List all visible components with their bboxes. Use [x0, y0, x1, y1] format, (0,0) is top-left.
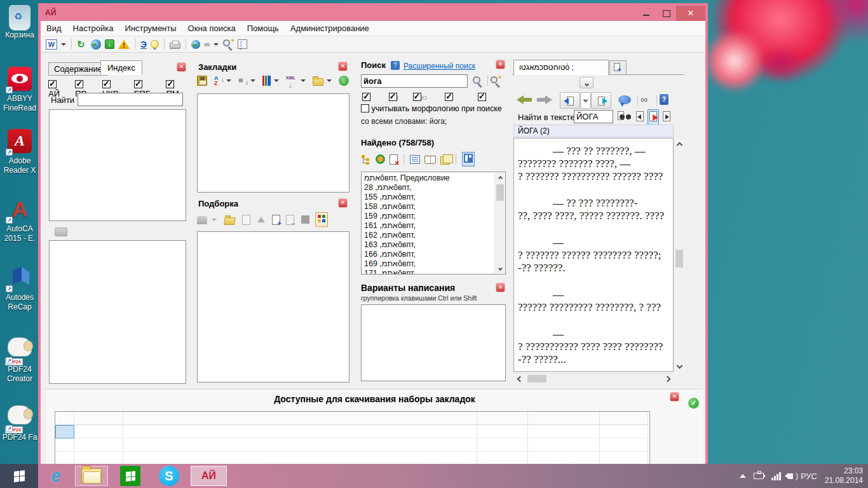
panel-view-icon[interactable]: [462, 152, 475, 166]
result-item[interactable]: אתמŏвпт, Предисловие: [362, 173, 505, 183]
confirm-check-icon[interactable]: [688, 398, 699, 409]
page-dropdown-button[interactable]: [580, 92, 591, 109]
close-panel-icon[interactable]: [496, 60, 505, 69]
book-view-icon[interactable]: [424, 156, 436, 164]
dropdown-icon[interactable]: [226, 79, 231, 82]
reader-tab[interactable]: וטגאמכסטחוטό ;: [513, 60, 609, 75]
list-view-icon[interactable]: [410, 155, 420, 164]
menu-pomosch[interactable]: Помощь: [241, 21, 285, 36]
lamp-icon[interactable]: [151, 40, 159, 48]
close-panel-icon[interactable]: [177, 62, 186, 72]
result-item[interactable]: 161 ,אתמŏвпт,: [362, 221, 505, 231]
desktop-icon-pdf24-creator[interactable]: PDF24 Creator: [0, 334, 39, 384]
dropdown-icon[interactable]: [301, 79, 306, 82]
tab-index[interactable]: Индекс: [100, 60, 142, 75]
dropdown-icon[interactable]: [250, 79, 255, 82]
sort-az-icon[interactable]: [214, 76, 223, 86]
selection-list[interactable]: [197, 231, 349, 383]
menu-instrumenty[interactable]: Инструменты: [119, 21, 182, 36]
search-icon[interactable]: [472, 76, 484, 87]
result-item[interactable]: 159 ,אתמŏвпт,: [362, 212, 505, 221]
checklist-icon[interactable]: [238, 39, 247, 49]
result-item[interactable]: 166 ,אתמŏвпт,: [362, 250, 505, 259]
sort-list-icon[interactable]: [238, 76, 247, 86]
tab-dropdown-button[interactable]: [580, 77, 593, 88]
taskbar-ai-app[interactable]: АЙ: [191, 466, 227, 486]
option-checkbox[interactable]: [389, 93, 397, 101]
dropdown-icon[interactable]: [274, 79, 279, 82]
result-item[interactable]: 169 ,אתמŏвпт,: [362, 259, 505, 269]
clear-results-icon[interactable]: [390, 154, 398, 165]
globe-icon[interactable]: [91, 39, 101, 50]
link-globe-icon[interactable]: [191, 40, 200, 49]
advanced-search-link[interactable]: Расширенный поиск: [403, 62, 475, 71]
sort-books-icon[interactable]: [262, 76, 271, 86]
result-item[interactable]: 28 ,אתמŏвпт,: [362, 183, 505, 193]
save-bookmarks-icon[interactable]: [197, 76, 207, 86]
index-find-input[interactable]: [78, 93, 183, 106]
menu-okna-poiska[interactable]: Окна поиска: [182, 21, 241, 36]
option-checkbox[interactable]: [362, 93, 370, 101]
option-checkbox[interactable]: [413, 93, 421, 101]
search-highlight-icon[interactable]: [490, 76, 501, 87]
reader-text-area[interactable]: — ??? ?? ???????, — ???????? ??????? ???…: [513, 138, 674, 372]
result-item[interactable]: 171 ,אתמŏвпт: [362, 269, 505, 274]
menu-vid[interactable]: Вид: [41, 21, 67, 36]
selected-cell[interactable]: [55, 425, 74, 438]
search-input[interactable]: [361, 74, 468, 88]
index-list[interactable]: [49, 109, 186, 221]
menu-nastroika[interactable]: Настройка: [67, 21, 119, 36]
scrollbar-thumb[interactable]: [675, 250, 683, 268]
close-panel-icon[interactable]: [338, 62, 348, 71]
desktop-icon-abbyy[interactable]: ABBYY FineRead: [0, 67, 39, 113]
help-book-icon[interactable]: [660, 94, 668, 105]
folder-icon[interactable]: [313, 78, 323, 86]
results-tree-icon[interactable]: [361, 154, 371, 165]
clock[interactable]: 23:03 21.08.2014: [825, 466, 863, 485]
download-bookmarks-icon[interactable]: [339, 76, 349, 86]
network-icon[interactable]: [771, 472, 781, 480]
dropdown-icon[interactable]: [214, 43, 219, 46]
comment-bubble-icon[interactable]: [618, 95, 631, 104]
back-arrow-icon[interactable]: [517, 95, 532, 104]
find-current-icon[interactable]: [648, 109, 659, 125]
printer-icon[interactable]: [170, 43, 180, 49]
table-cell[interactable]: [55, 438, 74, 452]
volume-icon[interactable]: [789, 473, 793, 479]
open-folder-icon[interactable]: [224, 217, 236, 225]
hyperlink-icon[interactable]: [641, 95, 648, 105]
download-box-icon[interactable]: [105, 39, 114, 49]
match-header[interactable]: ЙОГА (2): [513, 125, 674, 137]
color-blocks-icon[interactable]: [315, 212, 328, 227]
taskbar-explorer[interactable]: [75, 466, 108, 486]
find-prev-icon[interactable]: [636, 111, 644, 123]
table-cell[interactable]: [55, 452, 74, 465]
menu-administrirovanie[interactable]: Администрирование: [285, 21, 375, 36]
bookmarks-list[interactable]: [197, 93, 349, 193]
battery-icon[interactable]: [754, 473, 764, 479]
index-results-list[interactable]: [49, 240, 186, 384]
word-export-icon[interactable]: [46, 39, 57, 50]
xml-export-icon[interactable]: [286, 76, 297, 86]
refresh-icon[interactable]: [77, 39, 87, 50]
start-button[interactable]: [0, 464, 38, 488]
page-back-button[interactable]: [560, 92, 580, 109]
close-panel-icon[interactable]: [496, 283, 505, 292]
maximize-button[interactable]: [657, 6, 676, 21]
copy-results-icon[interactable]: [440, 156, 450, 165]
results-scrollbar[interactable]: [494, 173, 505, 273]
result-item[interactable]: 163 ,אתמŏвпт,: [362, 240, 505, 250]
language-indicator[interactable]: РУС: [801, 471, 817, 481]
desktop-icon-recycle-bin[interactable]: Корзина: [0, 5, 39, 40]
close-panel-icon[interactable]: [670, 392, 679, 402]
desktop-icon-adobe-reader[interactable]: Adobe Reader X: [0, 129, 39, 175]
option-checkbox[interactable]: [478, 93, 486, 101]
tray-expand-icon[interactable]: [740, 474, 746, 478]
dropdown-icon[interactable]: [61, 43, 66, 46]
titlebar[interactable]: АЙ: [41, 6, 705, 21]
result-item[interactable]: 158 ,אתמŏвпт,: [362, 202, 505, 212]
taskbar-skype[interactable]: [153, 466, 186, 486]
reader-hscrollbar[interactable]: [513, 373, 674, 383]
dropdown-icon[interactable]: [327, 79, 332, 82]
search-highlight-icon[interactable]: [222, 39, 234, 50]
